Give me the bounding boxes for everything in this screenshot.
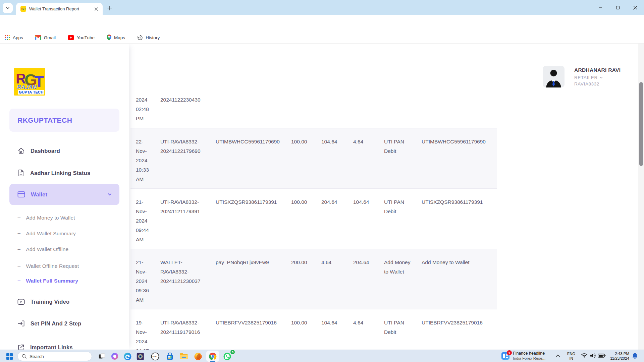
bookmark-history[interactable]: History <box>137 35 160 41</box>
page-scrollbar[interactable] <box>638 44 644 350</box>
widgets-icon: 1 <box>501 352 510 360</box>
sidebar-item-label: Aadhar Linking Status <box>30 170 90 176</box>
sidebar-subitem-add-wallet-offline[interactable]: – Add Wallet Offline <box>17 244 115 255</box>
search-placeholder: Search <box>30 354 44 359</box>
wifi-icon[interactable] <box>581 353 588 360</box>
site-favicon: RGT <box>20 6 26 12</box>
document-icon <box>17 169 24 177</box>
cell-order: 20241122230430 <box>160 95 216 123</box>
user-id: RAVIA8332 <box>574 81 599 86</box>
sidebar-item-dashboard[interactable]: Dashboard <box>9 143 119 159</box>
cell-date: 22-Nov-202410:33AM <box>136 137 160 184</box>
table-row: 19-Nov-202404:27UTI-RAVIA8332-2024111917… <box>130 309 497 350</box>
dash-icon: – <box>17 215 20 221</box>
page-content: R G T RAJAN GUPTA TECH RKGUPTATECH Dashb… <box>0 44 644 350</box>
bookmark-apps[interactable]: Apps <box>5 35 23 40</box>
volume-icon[interactable] <box>590 353 596 360</box>
company-logo[interactable]: R G T RAJAN GUPTA TECH <box>14 68 45 96</box>
cell-amount: 100.00 <box>291 318 321 327</box>
cell-order: UTI-RAVIA8332-20241119179016 <box>160 318 216 337</box>
bookmark-youtube[interactable]: YouTube <box>68 35 95 40</box>
cell-order: UTI-RAVIA8332-20241122179690 <box>160 137 216 156</box>
media-player-icon[interactable] <box>134 351 147 362</box>
taskbar: Search DELL 5 <box>0 350 644 362</box>
clock[interactable]: 2:43 PM 11/23/2024 <box>604 351 629 361</box>
dash-icon: – <box>17 263 20 269</box>
sidebar-subitem-add-money-to-wallet[interactable]: – Add Money to Wallet <box>17 212 115 224</box>
notification-bell-icon[interactable] <box>632 353 638 360</box>
widget-headline: Finance headline <box>513 351 545 356</box>
widgets-button[interactable]: 1 Finance headline India Forex Rese... <box>501 351 545 361</box>
bookmark-maps[interactable]: Maps <box>107 35 125 41</box>
whatsapp-icon[interactable]: 5 <box>221 351 233 362</box>
cell-amount: 200.00 <box>291 258 321 267</box>
file-explorer-icon[interactable] <box>177 351 190 362</box>
window-minimize-button[interactable] <box>592 0 609 15</box>
svg-text:RAJAN: RAJAN <box>17 84 37 90</box>
window-maximize-button[interactable] <box>609 0 627 15</box>
window-close-button[interactable] <box>627 0 644 15</box>
copilot-icon[interactable] <box>108 351 121 362</box>
browser-tab[interactable]: RGT Wallet Transaction Report <box>16 3 103 15</box>
edge-icon[interactable] <box>121 351 134 362</box>
tray-time: 2:43 PM <box>604 351 629 356</box>
cell-date: 21-Nov-202409:44AM <box>136 197 160 244</box>
cell-date: 21-Nov-202409:36AM <box>136 258 160 305</box>
browser-tabstrip: RGT Wallet Transaction Report <box>0 0 644 15</box>
user-role-label: RETAILER <box>574 75 598 80</box>
play-video-icon <box>17 299 25 305</box>
tray-overflow-button[interactable] <box>555 353 560 360</box>
sidebar-subitem-wallet-full-summary[interactable]: – Wallet Full Summary <box>17 275 115 287</box>
task-view-icon[interactable] <box>96 351 108 362</box>
sidebar-item-important-links[interactable]: Important Links <box>9 339 119 350</box>
bookmark-label: Gmail <box>44 35 56 40</box>
tab-search-button[interactable] <box>3 3 13 13</box>
widget-subtitle: India Forex Rese... <box>513 356 545 361</box>
whatsapp-badge: 5 <box>230 350 235 355</box>
language-indicator[interactable]: ENG IN <box>565 351 578 361</box>
cell-ref: UTIMBWHCG55961179690 <box>216 137 291 146</box>
cell-ref: UTIEBRFVV23825179016 <box>216 318 291 327</box>
history-icon <box>137 35 143 41</box>
chevron-down-icon <box>599 76 603 79</box>
bookmarks-bar: Apps Gmail YouTube Maps <box>0 32 644 44</box>
tab-close-icon[interactable] <box>93 6 99 12</box>
wallet-card-icon <box>17 191 25 198</box>
cell-remark: UTI PANDebit <box>384 137 422 156</box>
start-button[interactable] <box>5 352 14 361</box>
chrome-icon[interactable] <box>206 351 219 362</box>
sidebar-item-set-pin-and-2-step[interactable]: Set PIN And 2 Step <box>9 315 119 331</box>
cell-balance-before: 104.64 <box>321 318 353 327</box>
bookmark-label: History <box>146 35 160 40</box>
table-row: 202402:48PM20241122230430 <box>130 77 497 128</box>
firefox-icon[interactable] <box>192 351 204 362</box>
sidebar-item-aadhar-linking-status[interactable]: Aadhar Linking Status <box>9 165 119 181</box>
chevron-down-icon <box>107 192 112 197</box>
sidebar-item-label: Dashboard <box>31 148 60 154</box>
bookmark-gmail[interactable]: Gmail <box>35 35 56 40</box>
dash-icon: – <box>17 246 20 253</box>
microsoft-store-icon[interactable] <box>163 351 176 362</box>
sidebar-item-label: Wallet <box>31 191 47 198</box>
new-tab-button[interactable] <box>106 4 113 12</box>
sidebar-item-wallet[interactable]: Wallet <box>9 184 119 205</box>
cell-utr: UTISXZQSR93861179391 <box>422 197 497 207</box>
sidebar: R G T RAJAN GUPTA TECH RKGUPTATECH Dashb… <box>0 44 129 350</box>
chrome-active-indicator <box>210 361 215 362</box>
user-role[interactable]: RETAILER <box>574 75 603 80</box>
widgets-badge: 1 <box>507 350 512 355</box>
cell-balance-before: 104.64 <box>321 137 353 146</box>
sidebar-subitem-wallet-offline-request[interactable]: – Wallet Offline Request <box>17 260 115 272</box>
sidebar-subitem-add-wallet-summary[interactable]: – Add Wallet Summary <box>17 228 115 239</box>
dell-icon[interactable]: DELL <box>149 351 161 362</box>
maps-icon <box>107 35 111 41</box>
scrollbar-thumb[interactable] <box>639 82 643 166</box>
cell-ref: UTISXZQSR93861179391 <box>216 197 291 207</box>
cell-utr: UTIMBWHCG55961179690 <box>422 137 497 146</box>
user-profile[interactable]: ARDHANARI RAVI RETAILER RAVIA8332 <box>543 66 631 88</box>
table-row: 22-Nov-202410:33AMUTI-RAVIA8332-20241122… <box>130 128 497 188</box>
sidebar-item-training-video[interactable]: Training Video <box>9 294 119 310</box>
taskbar-search[interactable]: Search <box>17 352 92 361</box>
cell-amount: 100.00 <box>291 197 321 207</box>
tab-title: Wallet Transaction Report <box>29 6 93 11</box>
